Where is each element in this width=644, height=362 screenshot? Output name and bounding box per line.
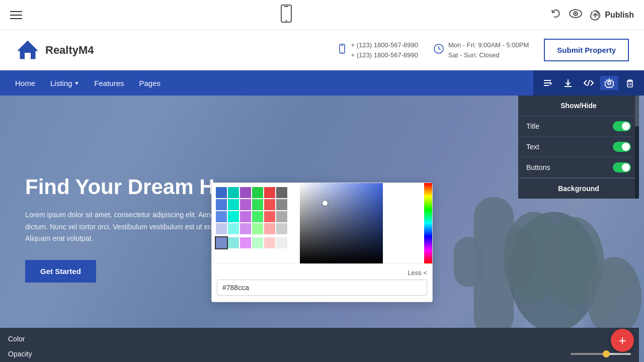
swatch[interactable]: [240, 199, 251, 210]
swatch[interactable]: [264, 237, 275, 248]
swatch[interactable]: [276, 237, 287, 248]
swatch[interactable]: [228, 223, 239, 234]
hue-spectrum[interactable]: [424, 183, 432, 263]
show-hide-buttons-row: Buttons: [518, 157, 639, 178]
color-row: Color: [8, 332, 631, 346]
add-fab-button[interactable]: +: [611, 329, 634, 352]
gradient-canvas[interactable]: [300, 183, 383, 263]
swatch[interactable]: [276, 199, 287, 210]
publish-label: Publish: [605, 11, 634, 20]
show-hide-panel: Show/Hide Title Text Buttons Background: [518, 96, 639, 199]
show-hide-text-row: Text: [518, 137, 639, 157]
buttons-toggle[interactable]: [613, 162, 631, 172]
swatch[interactable]: [228, 199, 239, 210]
color-gradient-area[interactable]: [300, 183, 424, 263]
gradient-handle[interactable]: [323, 201, 328, 206]
menu-icon[interactable]: [10, 11, 22, 19]
nav-item-listing[interactable]: Listing ▼: [50, 79, 79, 87]
nav-bar: Home Listing ▼ Features Pages: [0, 70, 644, 96]
color-opacity-controls: Color Opacity: [0, 328, 639, 362]
buttons-toggle-label: Buttons: [526, 163, 550, 171]
logo-text: RealtyM4: [45, 44, 94, 57]
swatch[interactable]: [264, 187, 275, 198]
swatch[interactable]: [216, 223, 227, 234]
swatch[interactable]: [276, 223, 287, 234]
toolbar-left: [10, 11, 22, 19]
svg-point-11: [342, 52, 343, 53]
logo-icon: [15, 37, 40, 64]
swatch[interactable]: [240, 211, 251, 222]
svg-point-21: [608, 81, 611, 84]
color-swatches: [212, 183, 300, 263]
swatch[interactable]: [216, 199, 227, 210]
toolbar-center: [281, 5, 292, 26]
top-toolbar: Publish: [0, 0, 644, 30]
header-bar: RealtyM4 + (123) 1800-567-8990 + (123) 1…: [0, 30, 644, 70]
settings-tool-button[interactable]: [600, 76, 618, 90]
opacity-label: Opacity: [8, 350, 32, 358]
opacity-slider[interactable]: [571, 353, 631, 355]
get-started-button[interactable]: Get Started: [25, 260, 96, 283]
background-section-label: Background: [518, 178, 639, 199]
publish-button[interactable]: Publish: [590, 10, 634, 21]
swatch[interactable]: [264, 223, 275, 234]
hex-color-input[interactable]: [217, 280, 427, 296]
svg-line-20: [588, 80, 590, 86]
swatch[interactable]: [216, 211, 227, 222]
submit-property-button[interactable]: Submit Property: [544, 39, 629, 61]
undo-button[interactable]: [550, 8, 561, 22]
swatch[interactable]: [264, 199, 275, 210]
swatch[interactable]: [240, 237, 251, 248]
text-toggle-label: Text: [526, 143, 539, 151]
title-toggle-label: Title: [526, 122, 539, 130]
swatch[interactable]: [252, 199, 263, 210]
preview-button[interactable]: [569, 9, 582, 21]
color-label: Color: [8, 335, 25, 343]
text-toggle[interactable]: [613, 142, 631, 152]
svg-rect-8: [25, 53, 31, 59]
svg-point-5: [575, 13, 577, 15]
swatch[interactable]: [276, 187, 287, 198]
download-tool-button[interactable]: [559, 76, 577, 90]
contact-area: + (123) 1800-567-8990 + (123) 1800-567-8…: [337, 39, 629, 61]
swatch[interactable]: [252, 223, 263, 234]
phone-text: + (123) 1800-567-8990 + (123) 1800-567-8…: [351, 40, 418, 60]
color-picker-panel: Less <: [211, 183, 433, 302]
swatch[interactable]: [264, 211, 275, 222]
swatch[interactable]: [252, 237, 263, 248]
swatch[interactable]: [228, 211, 239, 222]
swatch[interactable]: [276, 211, 287, 222]
color-picker-bottom: Less <: [212, 263, 432, 302]
opacity-row: Opacity: [8, 350, 631, 358]
toolbar-right: Publish: [550, 8, 634, 22]
delete-tool-button[interactable]: [621, 76, 639, 90]
nav-tools: [533, 70, 644, 96]
nav-item-pages[interactable]: Pages: [139, 79, 160, 87]
swatch[interactable]: [228, 237, 239, 248]
less-button[interactable]: Less <: [217, 269, 427, 277]
hours-text: Mon - Fri: 9:00AM - 5:00PM Sat - Sun: Cl…: [448, 40, 529, 60]
swatch[interactable]: [228, 187, 239, 198]
code-tool-button[interactable]: [580, 76, 598, 90]
nav-item-features[interactable]: Features: [94, 79, 124, 87]
swatch[interactable]: [252, 211, 263, 222]
listing-arrow-icon: ▼: [74, 80, 79, 86]
title-toggle[interactable]: [613, 121, 631, 131]
swatch[interactable]: [240, 187, 251, 198]
opacity-slider-container: [571, 353, 631, 355]
nav-item-home[interactable]: Home: [15, 79, 35, 87]
panel-scrollbar[interactable]: [635, 96, 639, 199]
phone-icon: [337, 44, 347, 56]
svg-rect-22: [627, 81, 632, 87]
phone-contact: + (123) 1800-567-8990 + (123) 1800-567-8…: [337, 40, 418, 60]
swatch[interactable]: [252, 187, 263, 198]
svg-line-14: [439, 49, 441, 50]
swatch[interactable]: [216, 187, 227, 198]
sort-tool-button[interactable]: [538, 76, 556, 90]
hours-contact: Mon - Fri: 9:00AM - 5:00PM Sat - Sun: Cl…: [433, 40, 529, 60]
clock-icon: [433, 43, 444, 57]
selected-swatch[interactable]: [216, 237, 227, 248]
logo-area: RealtyM4: [15, 37, 327, 64]
swatch[interactable]: [240, 223, 251, 234]
phone-device-icon: [281, 5, 292, 26]
